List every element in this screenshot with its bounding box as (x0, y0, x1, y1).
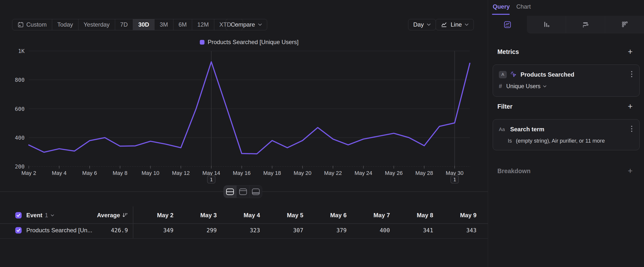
metric-menu-kebab-icon[interactable] (630, 70, 634, 79)
metric-name: Products Searched (520, 71, 626, 78)
x-axis-label: May 14 (202, 170, 220, 176)
view-toggle (223, 185, 262, 198)
filter-card[interactable]: Aa Search term Is (empty string), Air pu… (493, 119, 640, 150)
y-axis-label: 1K (18, 48, 25, 54)
average-header-label: Average (97, 212, 120, 219)
date-column-header[interactable]: May 5 (262, 212, 303, 219)
string-property-icon: Aa (499, 127, 507, 132)
tab-query[interactable]: Query (493, 3, 510, 10)
chevron-down-icon (543, 85, 546, 87)
metrics-title: Metrics (498, 48, 519, 55)
x-axis-label: May 30 (446, 170, 464, 176)
flows-icon (582, 21, 589, 28)
retention-dots-icon (621, 21, 628, 28)
x-axis-label: May 24 (354, 170, 372, 176)
split-view-icon (226, 188, 234, 195)
table-row-average: 426.9 (86, 227, 128, 233)
date-column-header[interactable]: May 3 (175, 212, 217, 219)
table-cell-value: 349 (132, 227, 174, 233)
add-filter-button[interactable]: + (626, 102, 634, 110)
event-count: 1 (45, 212, 48, 219)
average-sort-header[interactable]: Average (86, 212, 128, 219)
y-axis-label: 200 (15, 164, 24, 170)
query-sidebar: Query Chart Metrics + A Products Searche… (488, 0, 644, 267)
report-tab-insights-line[interactable] (488, 16, 527, 33)
analytics-app: CustomTodayYesterday7D30D3M6M12MXTD Comp… (0, 0, 644, 267)
x-axis-label: May 12 (172, 170, 190, 176)
date-column-header[interactable]: May 8 (391, 212, 433, 219)
table-cell-value: 307 (262, 227, 303, 233)
insights-line-icon (504, 21, 511, 28)
bar-chart-icon (543, 21, 550, 28)
svg-text:1: 1 (210, 177, 213, 182)
filter-title: Filter (498, 103, 512, 110)
date-column-header[interactable]: May 6 (305, 212, 346, 219)
svg-text:1: 1 (453, 177, 456, 182)
table-cell-value: 299 (175, 227, 217, 233)
table-row-name[interactable]: Products Searched [Un... (26, 227, 92, 234)
chevron-down-icon (51, 214, 54, 216)
breakdown-title: Breakdown (498, 167, 530, 175)
chart-only-view-icon (239, 188, 247, 195)
table-row-border (0, 238, 488, 239)
x-axis-label: May 16 (233, 170, 251, 176)
event-cursor-icon (510, 71, 517, 78)
filter-property-name: Search term (510, 126, 626, 133)
split-view[interactable] (224, 185, 236, 198)
annotation-badge[interactable]: 1 (451, 176, 458, 183)
x-axis-label: May 6 (82, 170, 97, 176)
metric-card[interactable]: A Products Searched # Unique Users (493, 65, 640, 97)
table-header-border (0, 223, 488, 224)
annotation-badge[interactable]: 1 (207, 176, 215, 183)
x-axis-label: May 20 (294, 170, 312, 176)
report-tab-bar-chart[interactable] (527, 16, 566, 33)
main-area: CustomTodayYesterday7D30D3M6M12MXTD Comp… (0, 0, 488, 267)
event-header-label: Event (26, 212, 42, 219)
event-header-dropdown[interactable]: Event 1 (26, 212, 54, 219)
filter-value[interactable]: (empty string), Air purifier, or 11 more (516, 138, 605, 144)
filter-operator[interactable]: Is (508, 138, 512, 144)
x-axis-label: May 22 (324, 170, 342, 176)
x-axis-label: May 18 (263, 170, 281, 176)
date-column-header[interactable]: May 7 (348, 212, 390, 219)
tab-chart[interactable]: Chart (516, 3, 531, 10)
x-axis-label: May 28 (415, 170, 433, 176)
y-axis-label: 800 (15, 77, 24, 83)
report-tab-retention-dots[interactable] (605, 16, 644, 33)
x-axis-label: May 10 (142, 170, 160, 176)
check-icon (16, 228, 20, 232)
row-checkbox[interactable] (15, 227, 22, 233)
x-axis-label: May 8 (113, 170, 128, 176)
measure-label: Unique Users (506, 83, 540, 90)
date-column-header[interactable]: May 9 (435, 212, 476, 219)
chart-only-view[interactable] (236, 185, 249, 198)
metric-letter-badge: A (499, 71, 507, 78)
table-cell-value: 341 (391, 227, 433, 233)
measure-type-symbol: # (499, 83, 502, 90)
filter-menu-kebab-icon[interactable] (630, 125, 634, 134)
add-metric-button[interactable]: + (626, 48, 634, 55)
y-axis-label: 600 (15, 106, 24, 112)
date-column-header[interactable]: May 4 (218, 212, 260, 219)
table-cell-value: 343 (435, 227, 476, 233)
sort-descending-icon (122, 212, 128, 218)
series-line (29, 62, 470, 154)
report-type-tabs (488, 16, 644, 33)
table-cell-value: 379 (305, 227, 346, 233)
x-axis-label: May 2 (22, 170, 36, 176)
table-cell-value: 323 (218, 227, 260, 233)
line-chart[interactable]: 2004006008001KMay 2May 4May 6May 8May 10… (0, 0, 488, 192)
measure-dropdown[interactable]: Unique Users (506, 83, 546, 90)
tab-query-underline (492, 14, 510, 15)
report-tab-flows[interactable] (566, 16, 605, 33)
select-all-checkbox[interactable] (15, 212, 22, 218)
y-axis-label: 400 (15, 135, 24, 141)
table-only-view[interactable] (249, 185, 262, 198)
x-axis-label: May 4 (52, 170, 67, 176)
table-only-view-icon (252, 188, 260, 195)
table-cell-value: 400 (348, 227, 390, 233)
check-icon (16, 213, 20, 217)
x-axis-label: May 26 (385, 170, 403, 176)
date-column-header[interactable]: May 2 (132, 212, 174, 219)
add-breakdown-button[interactable]: + (626, 167, 634, 174)
